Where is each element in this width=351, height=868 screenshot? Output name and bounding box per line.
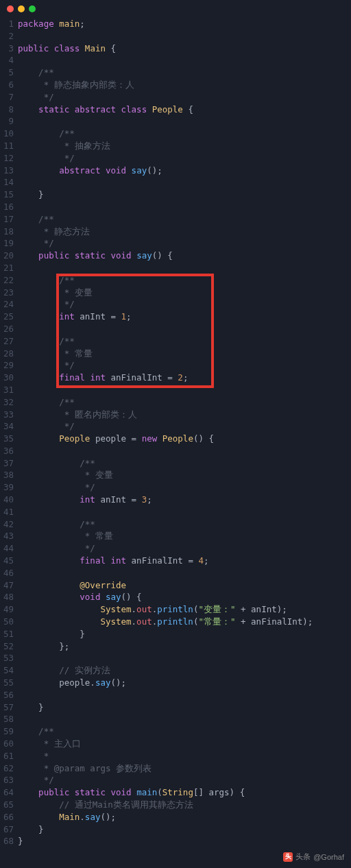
code-line[interactable]: package main; (18, 18, 351, 30)
line-number: 38 (0, 469, 14, 481)
code-line[interactable]: */ (18, 91, 351, 104)
code-line[interactable]: /** (18, 518, 351, 531)
line-number: 40 (0, 494, 14, 506)
code-line[interactable]: */ (18, 420, 351, 433)
code-line[interactable]: /** (18, 335, 351, 348)
line-number: 47 (0, 579, 14, 592)
line-number: 25 (0, 311, 14, 323)
code-line[interactable]: public class Main { (18, 43, 351, 55)
code-line[interactable]: People people = new People() { (18, 433, 351, 445)
code-line[interactable]: * 变量 (18, 469, 351, 481)
code-line[interactable]: int anInt = 3; (18, 494, 351, 506)
code-line[interactable]: * 静态抽象内部类：人 (18, 79, 351, 91)
line-number: 66 (0, 811, 14, 823)
line-number: 50 (0, 616, 14, 628)
code-line[interactable] (18, 713, 351, 725)
code-line[interactable]: */ (18, 542, 351, 555)
code-line[interactable]: } (18, 628, 351, 640)
code-line[interactable] (18, 54, 351, 67)
close-dot[interactable] (7, 5, 14, 12)
code-line[interactable]: */ (18, 774, 351, 786)
code-line[interactable]: final int anFinalInt = 2; (18, 372, 351, 384)
code-line[interactable]: final int anFinalInt = 4; (18, 555, 351, 567)
line-number: 12 (0, 152, 14, 165)
line-number: 23 (0, 287, 14, 299)
code-line[interactable] (18, 384, 351, 396)
line-number: 56 (0, 689, 14, 701)
code-line[interactable]: */ (18, 237, 351, 250)
code-line[interactable]: /** (18, 396, 351, 409)
code-line[interactable]: */ (18, 298, 351, 311)
code-line[interactable]: /** (18, 274, 351, 287)
code-line[interactable] (18, 567, 351, 579)
code-line[interactable] (18, 506, 351, 518)
line-number: 43 (0, 530, 14, 542)
code-line[interactable]: * 静态方法 (18, 226, 351, 238)
code-line[interactable]: // 通过Main类名调用其静态方法 (18, 799, 351, 811)
line-number: 13 (0, 165, 14, 177)
code-line[interactable]: /** (18, 725, 351, 738)
code-line[interactable]: void say() { (18, 591, 351, 603)
code-line[interactable]: */ (18, 152, 351, 165)
code-line[interactable] (18, 201, 351, 213)
code-line[interactable] (18, 445, 351, 457)
line-number: 21 (0, 262, 14, 274)
code-line[interactable]: * 常量 (18, 348, 351, 360)
code-line[interactable]: Main.say(); (18, 811, 351, 823)
line-number: 65 (0, 799, 14, 811)
code-line[interactable]: // 实例方法 (18, 664, 351, 677)
code-line[interactable]: public static void say() { (18, 250, 351, 262)
code-line[interactable]: }; (18, 640, 351, 653)
line-number: 24 (0, 298, 14, 311)
code-line[interactable]: people.say(); (18, 677, 351, 689)
code-line[interactable]: */ (18, 359, 351, 372)
code-line[interactable]: * 抽象方法 (18, 140, 351, 152)
code-line[interactable]: System.out.println("常量：" + anFinalInt); (18, 616, 351, 628)
code-line[interactable]: /** (18, 128, 351, 140)
code-line[interactable] (18, 689, 351, 701)
code-line[interactable] (18, 652, 351, 664)
code-line[interactable]: } (18, 823, 351, 836)
line-number: 54 (0, 664, 14, 677)
code-line[interactable] (18, 30, 351, 43)
code-line[interactable]: System.out.println("变量：" + anInt); (18, 603, 351, 616)
minimize-dot[interactable] (18, 5, 25, 12)
line-number: 3 (0, 43, 14, 55)
code-content[interactable]: package main;public class Main { /** * 静… (18, 18, 351, 847)
code-line[interactable]: } (18, 701, 351, 714)
code-line[interactable] (18, 115, 351, 128)
code-line[interactable]: /** (18, 67, 351, 79)
code-line[interactable]: abstract void say(); (18, 165, 351, 177)
code-line[interactable]: } (18, 835, 351, 847)
code-line[interactable]: * @param args 参数列表 (18, 762, 351, 775)
line-number: 7 (0, 91, 14, 104)
line-number: 30 (0, 372, 14, 384)
code-line[interactable]: * 主入口 (18, 738, 351, 750)
code-line[interactable]: @Override (18, 579, 351, 592)
line-number: 59 (0, 725, 14, 738)
code-line[interactable]: * 匿名内部类：人 (18, 409, 351, 421)
code-line[interactable]: * (18, 750, 351, 762)
line-number: 26 (0, 323, 14, 335)
line-number: 20 (0, 250, 14, 262)
code-line[interactable]: } (18, 189, 351, 201)
line-number: 58 (0, 713, 14, 725)
line-number: 45 (0, 555, 14, 567)
code-line[interactable]: */ (18, 481, 351, 494)
code-line[interactable]: public static void main(String[] args) { (18, 786, 351, 799)
code-line[interactable]: * 变量 (18, 287, 351, 299)
line-number: 32 (0, 396, 14, 409)
line-number: 29 (0, 359, 14, 372)
author-text: @Gorhaf (313, 853, 344, 861)
code-line[interactable] (18, 176, 351, 189)
line-number: 42 (0, 518, 14, 531)
code-line[interactable]: * 常量 (18, 530, 351, 542)
code-line[interactable] (18, 262, 351, 274)
code-line[interactable]: static abstract class People { (18, 104, 351, 116)
code-line[interactable]: int anInt = 1; (18, 311, 351, 323)
code-line[interactable]: /** (18, 213, 351, 226)
code-line[interactable] (18, 323, 351, 335)
maximize-dot[interactable] (29, 5, 36, 12)
code-line[interactable]: /** (18, 457, 351, 470)
line-number: 27 (0, 335, 14, 348)
